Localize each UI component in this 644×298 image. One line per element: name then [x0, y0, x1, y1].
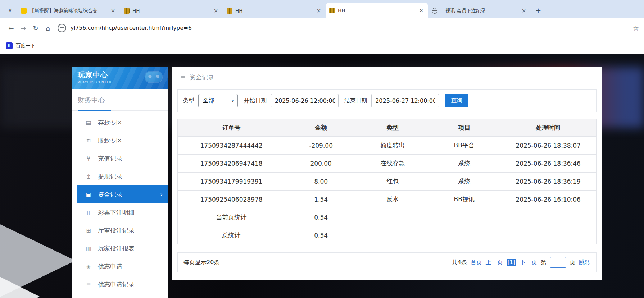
- document-icon: ▯: [85, 209, 92, 216]
- first-page-link[interactable]: 首页: [471, 259, 482, 266]
- page-title: 资金记录: [190, 73, 214, 82]
- cell-empty: [428, 226, 500, 244]
- player-center-sidebar: 玩家中心 PLAYERS CENTER 财务中心 ▤ 存款专区 ≋ 取款专区 ¥…: [72, 67, 168, 298]
- tab-title: :::视讯 会员下注纪录:::: [440, 8, 518, 14]
- end-date-input[interactable]: [371, 94, 439, 107]
- close-icon[interactable]: ×: [418, 7, 425, 14]
- cell-amount: 8.00: [285, 173, 357, 191]
- table-row: 1750934179919391 8.00 红包 系统 2025-06-26 1…: [178, 173, 597, 191]
- sidebar-header: 玩家中心 PLAYERS CENTER: [72, 67, 168, 89]
- sidebar-item-label: 取款专区: [98, 137, 122, 145]
- type-label: 类型:: [183, 97, 196, 105]
- section-underline: [78, 110, 111, 111]
- type-select-value: 全部: [203, 97, 214, 105]
- browser-tab-3[interactable]: HH ×: [223, 4, 326, 18]
- bookmarks-bar: ⠿ 百度一下: [0, 38, 644, 54]
- menu-icon: ≡: [180, 74, 186, 81]
- bookmark-baidu[interactable]: 百度一下: [16, 43, 35, 49]
- table-row: 1750934287444442 -209.00 额度转出 BB平台 2025-…: [178, 137, 597, 155]
- fund-records-table: 订单号 金额 类型 项目 处理时间 1750934287444442 -209.…: [177, 119, 597, 244]
- sidebar-menu: ▤ 存款专区 ≋ 取款专区 ¥ 充值记录 ↥ 提现记录 ▣ 资金记录 › ▯: [72, 111, 168, 293]
- cell-project: 系统: [428, 173, 500, 191]
- cell-label: 总统计: [178, 226, 285, 244]
- back-button[interactable]: ←: [5, 22, 17, 34]
- cell-time: 2025-06-26 18:36:19: [500, 173, 597, 191]
- jump-prefix-label: 第: [541, 259, 547, 266]
- next-page-link[interactable]: 下一页: [520, 259, 537, 266]
- tab-strip: ∨ 【新提醒】海燕策略论坛综合交... × HH × HH × HH × :::…: [0, 0, 644, 18]
- cell-label: 当前页统计: [178, 208, 285, 226]
- bookmark-star-icon[interactable]: ☆: [633, 24, 639, 32]
- per-page-text: 每页显示20条: [183, 259, 219, 266]
- tab-title: HH: [235, 8, 313, 14]
- records-icon: ≣: [85, 281, 92, 288]
- globe-icon: [432, 8, 437, 14]
- panel-header: ≡ 资金记录: [172, 67, 602, 88]
- cell-order-id: 1750925406028978: [178, 191, 285, 208]
- reload-button[interactable]: ↻: [30, 22, 42, 34]
- cell-empty: [357, 226, 428, 244]
- close-icon[interactable]: ×: [110, 8, 116, 14]
- new-tab-button[interactable]: +: [533, 5, 544, 16]
- cell-type: 反水: [357, 191, 428, 208]
- query-button[interactable]: 查询: [445, 94, 468, 107]
- current-page-indicator[interactable]: [1]: [507, 259, 516, 266]
- filter-bar: 类型: 全部 ∨ 开始日期: 结束日期: 查询: [177, 89, 597, 112]
- jump-page-input[interactable]: [550, 257, 566, 268]
- fund-records-panel: ≡ 资金记录 类型: 全部 ∨ 开始日期: 结束日期: 查询 订单号 金额 类型: [172, 67, 602, 280]
- cell-time: 2025-06-26 18:36:46: [500, 155, 597, 173]
- close-icon[interactable]: ×: [316, 8, 322, 14]
- tab-search-button[interactable]: ∨: [5, 5, 15, 15]
- forward-button[interactable]: →: [17, 22, 30, 34]
- cell-type: 在线存款: [357, 155, 428, 173]
- col-amount: 金额: [285, 119, 357, 137]
- site-info-icon[interactable]: [58, 24, 66, 32]
- table-row-page-stats: 当前页统计 0.54: [178, 208, 597, 226]
- background-triangle-small: [0, 270, 40, 298]
- cell-amount: 200.00: [285, 155, 357, 173]
- end-date-label: 结束日期:: [344, 97, 369, 105]
- tab-title: 【新提醒】海燕策略论坛综合交...: [30, 8, 107, 14]
- cell-empty: [357, 208, 428, 226]
- sidebar-item-withdraw[interactable]: ≋ 取款专区: [72, 132, 168, 150]
- browser-tab-1[interactable]: 【新提醒】海燕策略论坛综合交... ×: [17, 4, 120, 18]
- sidebar-item-withdrawal-records[interactable]: ↥ 提现记录: [72, 168, 168, 185]
- chevron-down-icon: ∨: [231, 98, 234, 103]
- sidebar-item-deposit[interactable]: ▤ 存款专区: [72, 114, 168, 132]
- browser-tab-4-active[interactable]: HH ×: [326, 3, 428, 18]
- start-date-input[interactable]: [271, 94, 339, 107]
- hh-favicon: [329, 8, 335, 13]
- pagination-bar: 每页显示20条 共4条 首页 上一页 [1] 下一页 第 页 跳转: [177, 252, 597, 272]
- sidebar-item-label: 优惠申请记录: [98, 280, 135, 289]
- window-minimize-button[interactable]: —: [633, 3, 638, 9]
- page-background: 玩家中心 PLAYERS CENTER 财务中心 ▤ 存款专区 ≋ 取款专区 ¥…: [0, 54, 644, 298]
- hh-favicon: [227, 8, 232, 14]
- jump-link[interactable]: 跳转: [579, 259, 590, 266]
- sidebar-section-finance: 财务中心: [72, 89, 168, 111]
- cell-type: 额度转出: [357, 137, 428, 155]
- money-bag-icon: ¥: [85, 155, 92, 162]
- tab-title: HH: [338, 8, 415, 13]
- sidebar-item-promo-records[interactable]: ≣ 优惠申请记录: [72, 275, 168, 293]
- close-icon[interactable]: ×: [213, 8, 219, 14]
- close-icon[interactable]: ×: [521, 8, 527, 14]
- type-select[interactable]: 全部 ∨: [198, 94, 238, 107]
- sidebar-item-lottery-bets[interactable]: ▯ 彩票下注明细: [72, 203, 168, 221]
- cell-amount: 0.54: [285, 226, 357, 244]
- sidebar-item-fund-records[interactable]: ▣ 资金记录 ›: [77, 185, 168, 203]
- sidebar-item-label: 提现记录: [98, 173, 122, 181]
- chevron-right-icon: ›: [160, 191, 163, 198]
- sidebar-item-promo-apply[interactable]: ◈ 优惠申请: [72, 257, 168, 275]
- sidebar-item-recharge-records[interactable]: ¥ 充值记录: [72, 150, 168, 168]
- url-text[interactable]: yl756.com/hhcp/usercenter.html?iniType=6: [71, 25, 192, 31]
- cell-project: BB平台: [428, 137, 500, 155]
- sidebar-item-bet-report[interactable]: ▥ 玩家投注报表: [72, 239, 168, 257]
- sidebar-item-hall-bets[interactable]: ⊞ 厅室投注记录: [72, 221, 168, 239]
- col-type: 类型: [357, 119, 428, 137]
- baidu-favicon: ⠿: [6, 42, 13, 49]
- home-button[interactable]: ⌂: [42, 22, 54, 34]
- browser-tab-5[interactable]: :::视讯 会员下注纪录::: ×: [428, 4, 531, 18]
- browser-tab-2[interactable]: HH ×: [120, 4, 223, 18]
- prev-page-link[interactable]: 上一页: [486, 259, 503, 266]
- start-date-label: 开始日期:: [244, 97, 268, 105]
